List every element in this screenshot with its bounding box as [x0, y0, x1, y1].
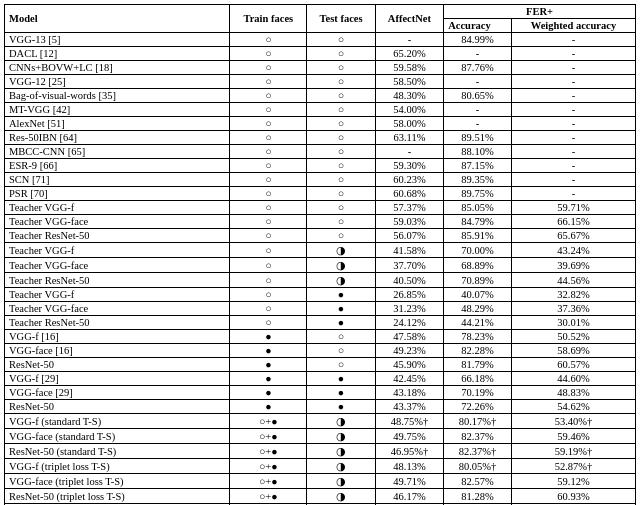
- weighted-accuracy-cell: 52.87%†: [511, 459, 635, 474]
- test-faces-cell: ●: [307, 316, 375, 330]
- train-faces-cell: ○+●: [230, 459, 307, 474]
- affectnet-cell: 43.37%: [375, 400, 443, 414]
- train-faces-cell: ○: [230, 61, 307, 75]
- weighted-accuracy-cell: 60.57%: [511, 358, 635, 372]
- main-header-row: Model Train faces Test faces AffectNet F…: [5, 5, 636, 19]
- affectnet-cell: 63.11%: [375, 131, 443, 145]
- train-faces-cell: ○+●: [230, 444, 307, 459]
- weighted-accuracy-cell: -: [511, 131, 635, 145]
- test-faces-cell: ○: [307, 145, 375, 159]
- accuracy-cell: 80.65%: [444, 89, 512, 103]
- weighted-accuracy-cell: 59.12%: [511, 474, 635, 489]
- table-row: AlexNet [51]○○58.00%--: [5, 117, 636, 131]
- test-faces-cell: ○: [307, 159, 375, 173]
- affectnet-cell: 48.13%: [375, 459, 443, 474]
- train-faces-cell: ●: [230, 372, 307, 386]
- accuracy-cell: 66.18%: [444, 372, 512, 386]
- table-row: VGG-face [29]●●43.18%70.19%48.83%: [5, 386, 636, 400]
- test-faces-cell: ○: [307, 47, 375, 61]
- table-row: VGG-f [29]●●42.45%66.18%44.60%: [5, 372, 636, 386]
- test-faces-cell: ◑: [307, 429, 375, 444]
- test-faces-cell: ○: [307, 173, 375, 187]
- affectnet-cell: 46.95%†: [375, 444, 443, 459]
- train-faces-cell: ○: [230, 159, 307, 173]
- table-row: VGG-face (standard T-S)○+●◑49.75%82.37%5…: [5, 429, 636, 444]
- weighted-accuracy-cell: 66.15%: [511, 215, 635, 229]
- train-faces-cell: ○: [230, 89, 307, 103]
- accuracy-cell: 80.05%†: [444, 459, 512, 474]
- model-cell: ResNet-50 (standard T-S): [5, 444, 230, 459]
- table-row: CNNs+BOVW+LC [18]○○59.58%87.76%-: [5, 61, 636, 75]
- accuracy-cell: 44.21%: [444, 316, 512, 330]
- test-faces-cell: ◑: [307, 414, 375, 429]
- model-cell: SCN [71]: [5, 173, 230, 187]
- affectnet-cell: 60.23%: [375, 173, 443, 187]
- affectnet-cell: 46.17%: [375, 489, 443, 504]
- affectnet-cell: 41.58%: [375, 243, 443, 258]
- weighted-accuracy-cell: 37.36%: [511, 302, 635, 316]
- model-cell: VGG-face [16]: [5, 344, 230, 358]
- model-cell: ESR-9 [66]: [5, 159, 230, 173]
- table-row: Teacher ResNet-50○○56.07%85.91%65.67%: [5, 229, 636, 243]
- accuracy-cell: 81.28%: [444, 489, 512, 504]
- model-cell: Res-50IBN [64]: [5, 131, 230, 145]
- test-faces-cell: ○: [307, 330, 375, 344]
- test-faces-cell: ○: [307, 201, 375, 215]
- accuracy-cell: 81.79%: [444, 358, 512, 372]
- model-cell: VGG-12 [25]: [5, 75, 230, 89]
- weighted-accuracy-header: Weighted accuracy: [511, 19, 635, 33]
- test-faces-cell: ○: [307, 229, 375, 243]
- affectnet-cell: 49.23%: [375, 344, 443, 358]
- accuracy-cell: -: [444, 75, 512, 89]
- table-row: DACL [12]○○65.20%--: [5, 47, 636, 61]
- train-faces-cell: ●: [230, 400, 307, 414]
- model-cell: Teacher VGG-face: [5, 302, 230, 316]
- weighted-accuracy-cell: 59.71%: [511, 201, 635, 215]
- affectnet-cell: 31.23%: [375, 302, 443, 316]
- table-row: Teacher ResNet-50○◑40.50%70.89%44.56%: [5, 273, 636, 288]
- train-faces-cell: ○: [230, 47, 307, 61]
- affectnet-cell: 37.70%: [375, 258, 443, 273]
- test-faces-cell: ●: [307, 386, 375, 400]
- results-table: Model Train faces Test faces AffectNet F…: [4, 4, 636, 505]
- model-cell: Teacher VGG-f: [5, 243, 230, 258]
- model-cell: VGG-f [16]: [5, 330, 230, 344]
- table-row: VGG-f (triplet loss T-S)○+●◑48.13%80.05%…: [5, 459, 636, 474]
- train-faces-cell: ○: [230, 302, 307, 316]
- affectnet-cell: 48.30%: [375, 89, 443, 103]
- train-faces-cell: ○: [230, 229, 307, 243]
- model-cell: MBCC-CNN [65]: [5, 145, 230, 159]
- table-row: MT-VGG [42]○○54.00%--: [5, 103, 636, 117]
- weighted-accuracy-cell: 43.24%: [511, 243, 635, 258]
- affectnet-cell: 56.07%: [375, 229, 443, 243]
- test-faces-cell: ◑: [307, 489, 375, 504]
- table-row: ResNet-50 (triplet loss T-S)○+●◑46.17%81…: [5, 489, 636, 504]
- weighted-accuracy-cell: -: [511, 33, 635, 47]
- table-row: Bag-of-visual-words [35]○○48.30%80.65%-: [5, 89, 636, 103]
- test-faces-cell: ●: [307, 288, 375, 302]
- table-row: VGG-f (standard T-S)○+●◑48.75%†80.17%†53…: [5, 414, 636, 429]
- accuracy-cell: 89.51%: [444, 131, 512, 145]
- table-row: VGG-13 [5]○○-84.99%-: [5, 33, 636, 47]
- model-cell: DACL [12]: [5, 47, 230, 61]
- weighted-accuracy-cell: -: [511, 145, 635, 159]
- model-cell: Bag-of-visual-words [35]: [5, 89, 230, 103]
- train-faces-cell: ●: [230, 358, 307, 372]
- affectnet-cell: 60.68%: [375, 187, 443, 201]
- weighted-accuracy-cell: 32.82%: [511, 288, 635, 302]
- train-faces-cell: ●: [230, 330, 307, 344]
- model-cell: MT-VGG [42]: [5, 103, 230, 117]
- model-cell: Teacher VGG-f: [5, 288, 230, 302]
- train-faces-cell: ○: [230, 145, 307, 159]
- train-faces-cell: ○: [230, 243, 307, 258]
- model-cell: Teacher VGG-f: [5, 201, 230, 215]
- model-cell: VGG-face (standard T-S): [5, 429, 230, 444]
- table-row: VGG-face [16]●○49.23%82.28%58.69%: [5, 344, 636, 358]
- weighted-accuracy-cell: 39.69%: [511, 258, 635, 273]
- test-faces-cell: ○: [307, 131, 375, 145]
- table-row: SCN [71]○○60.23%89.35%-: [5, 173, 636, 187]
- fer-plus-header: FER+: [444, 5, 636, 19]
- affectnet-cell: 59.03%: [375, 215, 443, 229]
- weighted-accuracy-cell: 30.01%: [511, 316, 635, 330]
- train-faces-cell: ○: [230, 131, 307, 145]
